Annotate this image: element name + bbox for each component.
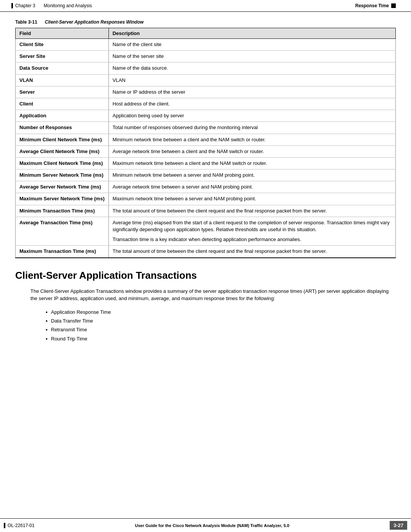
table-row: Average Transaction Time (ms)Average tim…	[16, 217, 396, 246]
field-cell: Maximum Server Network Time (ms)	[16, 193, 109, 205]
description-cell: Name or IP address of the server	[108, 86, 395, 98]
doc-number: OL-22617-01	[8, 523, 35, 528]
bullet-list: Application Response TimeData Transfer T…	[15, 308, 396, 343]
field-cell: Average Server Network Time (ms)	[16, 181, 109, 193]
footer-bar-icon	[4, 523, 5, 528]
field-cell: Server	[16, 86, 109, 98]
table-row: Minimum Transaction Time (ms)The total a…	[16, 205, 396, 217]
table-row: Average Client Network Time (ms)Average …	[16, 145, 396, 157]
section-body: The Client-Server Application Transactio…	[15, 288, 396, 302]
description-cell: The total amount of time between the cli…	[108, 246, 395, 258]
list-item: Round Trip Time	[46, 334, 396, 343]
page-footer: OL-22617-01 User Guide for the Cisco Net…	[0, 518, 411, 532]
table-number: Table 3-11	[15, 19, 37, 25]
description-cell: Application being used by server	[108, 110, 395, 122]
list-item: Data Transfer Time	[46, 316, 396, 325]
description-cell: Name of the client site	[108, 39, 395, 51]
table-row: Maximum Server Network Time (ms)Maximum …	[16, 193, 396, 205]
field-cell: Server Site	[16, 51, 109, 62]
description-cell: Average network time between a client an…	[108, 145, 395, 157]
header-bar-icon	[11, 3, 13, 8]
description-cell: Average network time between a server an…	[108, 181, 395, 193]
list-item: Retransmit Time	[46, 325, 396, 334]
field-cell: Minimum Server Network Time (ms)	[16, 169, 109, 181]
main-content: Table 3-11 Client-Server Application Res…	[0, 12, 411, 366]
table-header-row: Field Description	[16, 28, 396, 39]
description-cell: Minimum network time between a server an…	[108, 169, 395, 181]
col-field: Field	[16, 28, 109, 39]
footer-center: User Guide for the Cisco Network Analysi…	[135, 523, 290, 528]
table-row: Maximum Client Network Time (ms)Maximum …	[16, 157, 396, 169]
field-cell: Average Transaction Time (ms)	[16, 217, 109, 246]
description-cell: Total number of responses observed durin…	[108, 122, 395, 134]
description-cell: Maximum network time between a client an…	[108, 157, 395, 169]
page-header: Chapter 3 Monitoring and Analysis Respon…	[0, 0, 411, 12]
list-item: Application Response Time	[46, 308, 396, 316]
table-row: Minimum Client Network Time (ms)Minimum …	[16, 134, 396, 145]
description-cell: Minimum network time between a client an…	[108, 134, 395, 145]
field-cell: Maximum Client Network Time (ms)	[16, 157, 109, 169]
header-right: Response Time	[355, 3, 396, 8]
table-row: Client SiteName of the client site	[16, 39, 396, 51]
description-cell: Name of the server site	[108, 51, 395, 62]
header-left: Chapter 3 Monitoring and Analysis	[11, 3, 92, 8]
table-row: ApplicationApplication being used by ser…	[16, 110, 396, 122]
field-cell: Application	[16, 110, 109, 122]
table-title: Client-Server Application Responses Wind…	[45, 19, 144, 25]
description-cell: The total amount of time between the cli…	[108, 205, 395, 217]
field-cell: Maximum Transaction Time (ms)	[16, 246, 109, 258]
table-row: Maximum Transaction Time (ms)The total a…	[16, 246, 396, 258]
field-cell: Number of Responses	[16, 122, 109, 134]
section-heading: Client-Server Application Transactions	[15, 270, 396, 281]
table-row: Average Server Network Time (ms)Average …	[16, 181, 396, 193]
section-right-label: Response Time	[355, 3, 389, 8]
footer-left: OL-22617-01	[4, 523, 35, 528]
description-cell: Maximum network time between a server an…	[108, 193, 395, 205]
description-cell: Host address of the client.	[108, 98, 395, 110]
table-row: Server SiteName of the server site	[16, 51, 396, 62]
field-cell: Data Source	[16, 62, 109, 74]
table-row: Data SourceName of the data source.	[16, 62, 396, 74]
data-table: Field Description Client SiteName of the…	[15, 28, 396, 258]
header-square-icon	[391, 3, 396, 8]
field-cell: Client Site	[16, 39, 109, 51]
field-cell: Minimum Client Network Time (ms)	[16, 134, 109, 145]
field-cell: Average Client Network Time (ms)	[16, 145, 109, 157]
table-row: ServerName or IP address of the server	[16, 86, 396, 98]
chapter-label: Chapter 3	[15, 3, 35, 8]
table-caption: Table 3-11 Client-Server Application Res…	[15, 19, 396, 25]
table-row: ClientHost address of the client.	[16, 98, 396, 110]
description-cell: VLAN	[108, 74, 395, 86]
description-cell: Name of the data source.	[108, 62, 395, 74]
field-cell: Client	[16, 98, 109, 110]
table-row: Number of ResponsesTotal number of respo…	[16, 122, 396, 134]
page-number: 3-27	[390, 521, 407, 530]
description-cell: Average time (ms) elapsed from the start…	[108, 217, 395, 246]
col-description: Description	[108, 28, 395, 39]
field-cell: Minimum Transaction Time (ms)	[16, 205, 109, 217]
field-cell: VLAN	[16, 74, 109, 86]
table-row: Minimum Server Network Time (ms)Minimum …	[16, 169, 396, 181]
table-row: VLANVLAN	[16, 74, 396, 86]
chapter-title: Monitoring and Analysis	[44, 3, 92, 8]
